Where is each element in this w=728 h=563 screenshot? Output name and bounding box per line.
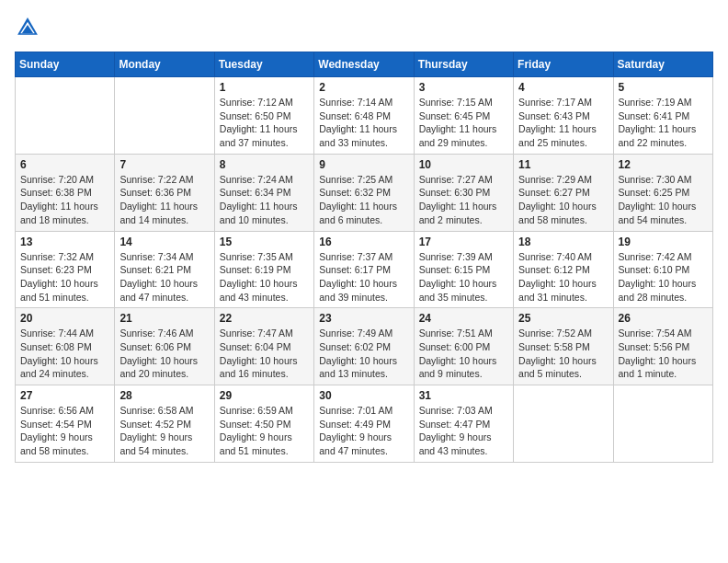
calendar-cell: 30Sunrise: 7:01 AMSunset: 4:49 PMDayligh… xyxy=(314,385,414,463)
calendar-table: SundayMondayTuesdayWednesdayThursdayFrid… xyxy=(15,52,713,463)
day-number: 26 xyxy=(619,312,708,325)
day-info: Sunrise: 6:56 AMSunset: 4:54 PMDaylight:… xyxy=(20,404,109,458)
day-info: Sunrise: 7:24 AMSunset: 6:34 PMDaylight:… xyxy=(220,173,309,227)
calendar-cell xyxy=(613,385,712,463)
day-info: Sunrise: 7:37 AMSunset: 6:17 PMDaylight:… xyxy=(319,250,408,304)
calendar-cell: 27Sunrise: 6:56 AMSunset: 4:54 PMDayligh… xyxy=(16,385,115,463)
logo xyxy=(15,15,44,40)
calendar-cell: 23Sunrise: 7:49 AMSunset: 6:02 PMDayligh… xyxy=(314,308,414,385)
calendar-cell: 17Sunrise: 7:39 AMSunset: 6:15 PMDayligh… xyxy=(414,231,513,308)
calendar-week-row: 20Sunrise: 7:44 AMSunset: 6:08 PMDayligh… xyxy=(16,308,713,385)
calendar-cell: 26Sunrise: 7:54 AMSunset: 5:56 PMDayligh… xyxy=(613,308,712,385)
day-number: 10 xyxy=(419,158,508,171)
calendar-cell: 12Sunrise: 7:30 AMSunset: 6:25 PMDayligh… xyxy=(613,154,712,231)
calendar-week-row: 27Sunrise: 6:56 AMSunset: 4:54 PMDayligh… xyxy=(16,385,713,463)
day-info: Sunrise: 7:14 AMSunset: 6:48 PMDaylight:… xyxy=(319,96,408,150)
weekday-header-row: SundayMondayTuesdayWednesdayThursdayFrid… xyxy=(16,52,713,77)
calendar-cell: 28Sunrise: 6:58 AMSunset: 4:52 PMDayligh… xyxy=(115,385,214,463)
day-info: Sunrise: 7:17 AMSunset: 6:43 PMDaylight:… xyxy=(518,96,608,150)
day-number: 9 xyxy=(319,158,408,171)
day-info: Sunrise: 7:19 AMSunset: 6:41 PMDaylight:… xyxy=(619,96,708,150)
day-number: 22 xyxy=(220,312,309,325)
day-number: 4 xyxy=(518,81,608,94)
day-info: Sunrise: 7:40 AMSunset: 6:12 PMDaylight:… xyxy=(518,250,608,304)
calendar-cell: 31Sunrise: 7:03 AMSunset: 4:47 PMDayligh… xyxy=(414,385,513,463)
day-number: 30 xyxy=(319,389,408,402)
calendar-cell: 6Sunrise: 7:20 AMSunset: 6:38 PMDaylight… xyxy=(16,154,115,231)
day-number: 14 xyxy=(119,236,209,248)
day-info: Sunrise: 7:32 AMSunset: 6:23 PMDaylight:… xyxy=(20,250,109,304)
day-info: Sunrise: 7:29 AMSunset: 6:27 PMDaylight:… xyxy=(518,173,608,227)
day-info: Sunrise: 7:39 AMSunset: 6:15 PMDaylight:… xyxy=(419,250,508,304)
calendar-cell: 16Sunrise: 7:37 AMSunset: 6:17 PMDayligh… xyxy=(314,231,414,308)
calendar-cell: 9Sunrise: 7:25 AMSunset: 6:32 PMDaylight… xyxy=(314,154,414,231)
calendar-week-row: 13Sunrise: 7:32 AMSunset: 6:23 PMDayligh… xyxy=(16,231,713,308)
day-number: 5 xyxy=(619,81,708,94)
day-number: 13 xyxy=(20,236,109,248)
calendar-cell: 11Sunrise: 7:29 AMSunset: 6:27 PMDayligh… xyxy=(514,154,613,231)
weekday-header: Friday xyxy=(514,52,613,77)
calendar-cell: 3Sunrise: 7:15 AMSunset: 6:45 PMDaylight… xyxy=(414,77,513,155)
calendar-cell: 18Sunrise: 7:40 AMSunset: 6:12 PMDayligh… xyxy=(514,231,613,308)
day-number: 2 xyxy=(319,81,408,94)
calendar-cell: 5Sunrise: 7:19 AMSunset: 6:41 PMDaylight… xyxy=(613,77,712,155)
day-number: 7 xyxy=(119,158,209,171)
calendar-week-row: 1Sunrise: 7:12 AMSunset: 6:50 PMDaylight… xyxy=(16,77,713,155)
day-number: 6 xyxy=(20,158,109,171)
day-info: Sunrise: 7:46 AMSunset: 6:06 PMDaylight:… xyxy=(119,327,209,381)
day-number: 8 xyxy=(220,158,309,171)
calendar-week-row: 6Sunrise: 7:20 AMSunset: 6:38 PMDaylight… xyxy=(16,154,713,231)
day-info: Sunrise: 7:44 AMSunset: 6:08 PMDaylight:… xyxy=(20,327,109,381)
day-number: 28 xyxy=(119,389,209,402)
day-number: 24 xyxy=(419,312,508,325)
logo-icon xyxy=(15,15,40,40)
calendar-cell: 8Sunrise: 7:24 AMSunset: 6:34 PMDaylight… xyxy=(214,154,313,231)
calendar-cell: 14Sunrise: 7:34 AMSunset: 6:21 PMDayligh… xyxy=(115,231,214,308)
day-number: 18 xyxy=(518,236,608,248)
weekday-header: Tuesday xyxy=(214,52,313,77)
weekday-header: Wednesday xyxy=(314,52,414,77)
calendar-cell: 13Sunrise: 7:32 AMSunset: 6:23 PMDayligh… xyxy=(16,231,115,308)
day-number: 16 xyxy=(319,236,408,248)
day-number: 31 xyxy=(419,389,508,402)
day-number: 19 xyxy=(619,236,708,248)
calendar-cell: 19Sunrise: 7:42 AMSunset: 6:10 PMDayligh… xyxy=(613,231,712,308)
day-info: Sunrise: 7:20 AMSunset: 6:38 PMDaylight:… xyxy=(20,173,109,227)
day-number: 29 xyxy=(220,389,309,402)
day-number: 27 xyxy=(20,389,109,402)
day-number: 11 xyxy=(518,158,608,171)
calendar-cell: 20Sunrise: 7:44 AMSunset: 6:08 PMDayligh… xyxy=(16,308,115,385)
day-info: Sunrise: 7:15 AMSunset: 6:45 PMDaylight:… xyxy=(419,96,508,150)
day-number: 12 xyxy=(619,158,708,171)
calendar-cell: 22Sunrise: 7:47 AMSunset: 6:04 PMDayligh… xyxy=(214,308,313,385)
day-number: 17 xyxy=(419,236,508,248)
calendar-cell xyxy=(514,385,613,463)
day-info: Sunrise: 7:25 AMSunset: 6:32 PMDaylight:… xyxy=(319,173,408,227)
day-info: Sunrise: 7:12 AMSunset: 6:50 PMDaylight:… xyxy=(220,96,309,150)
day-number: 20 xyxy=(20,312,109,325)
day-info: Sunrise: 7:30 AMSunset: 6:25 PMDaylight:… xyxy=(619,173,708,227)
day-number: 25 xyxy=(518,312,608,325)
day-info: Sunrise: 7:34 AMSunset: 6:21 PMDaylight:… xyxy=(119,250,209,304)
day-info: Sunrise: 7:52 AMSunset: 5:58 PMDaylight:… xyxy=(518,327,608,381)
calendar-cell: 25Sunrise: 7:52 AMSunset: 5:58 PMDayligh… xyxy=(514,308,613,385)
calendar-cell: 10Sunrise: 7:27 AMSunset: 6:30 PMDayligh… xyxy=(414,154,513,231)
day-number: 15 xyxy=(220,236,309,248)
day-info: Sunrise: 7:47 AMSunset: 6:04 PMDaylight:… xyxy=(220,327,309,381)
day-info: Sunrise: 7:27 AMSunset: 6:30 PMDaylight:… xyxy=(419,173,508,227)
calendar-cell: 4Sunrise: 7:17 AMSunset: 6:43 PMDaylight… xyxy=(514,77,613,155)
day-info: Sunrise: 7:51 AMSunset: 6:00 PMDaylight:… xyxy=(419,327,508,381)
page-header xyxy=(15,15,713,40)
calendar-cell: 21Sunrise: 7:46 AMSunset: 6:06 PMDayligh… xyxy=(115,308,214,385)
calendar-cell: 1Sunrise: 7:12 AMSunset: 6:50 PMDaylight… xyxy=(214,77,313,155)
day-info: Sunrise: 7:49 AMSunset: 6:02 PMDaylight:… xyxy=(319,327,408,381)
calendar-cell xyxy=(115,77,214,155)
day-number: 3 xyxy=(419,81,508,94)
calendar-cell: 15Sunrise: 7:35 AMSunset: 6:19 PMDayligh… xyxy=(214,231,313,308)
calendar-cell: 29Sunrise: 6:59 AMSunset: 4:50 PMDayligh… xyxy=(214,385,313,463)
day-info: Sunrise: 7:35 AMSunset: 6:19 PMDaylight:… xyxy=(220,250,309,304)
calendar-cell: 7Sunrise: 7:22 AMSunset: 6:36 PMDaylight… xyxy=(115,154,214,231)
calendar-cell: 24Sunrise: 7:51 AMSunset: 6:00 PMDayligh… xyxy=(414,308,513,385)
weekday-header: Thursday xyxy=(414,52,513,77)
weekday-header: Saturday xyxy=(613,52,712,77)
